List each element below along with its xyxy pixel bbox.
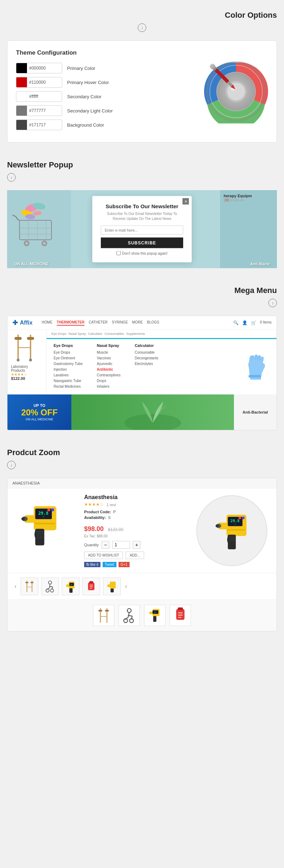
newsletter-preview-area: herapy Equipm .00 $100.00 ✕ Subscribe To… bbox=[7, 190, 277, 268]
newsletter-section-header: Newsletter Popup ↓ bbox=[7, 160, 277, 187]
twitter-share-button[interactable]: Tweet bbox=[103, 562, 116, 567]
nav-item-home[interactable]: HOME bbox=[42, 320, 53, 326]
popup-subscribe-button[interactable]: SUBSCRIBE bbox=[101, 238, 183, 248]
quantity-minus-button[interactable]: − bbox=[102, 541, 109, 549]
secondary-color-input[interactable]: #ffffff bbox=[16, 91, 62, 102]
svg-rect-104 bbox=[153, 616, 157, 622]
thumbs-next-button[interactable]: › bbox=[124, 583, 128, 590]
dropdown-col-calculator: Calculator Consumable Decongestants Elec… bbox=[135, 343, 158, 390]
svg-point-55 bbox=[47, 508, 50, 512]
dropdown-col2-header: Nasal Spray bbox=[97, 343, 121, 348]
svg-point-17 bbox=[33, 210, 42, 216]
nav-item-syringe[interactable]: SYRINGE bbox=[112, 320, 128, 326]
dropdown-item[interactable]: Eye Drops bbox=[54, 350, 83, 354]
large-thumb-2[interactable] bbox=[119, 605, 140, 626]
primary-hover-color-input[interactable]: #110000 bbox=[16, 77, 62, 88]
quantity-plus-button[interactable]: + bbox=[133, 541, 141, 549]
popup-email-input[interactable] bbox=[101, 226, 183, 235]
dropdown-col-nasal-spray: Nasal Spray Muscle Vaccines Ayurvedic An… bbox=[97, 343, 121, 390]
quantity-input[interactable] bbox=[112, 541, 130, 549]
color-options-download-icon[interactable]: ↓ bbox=[138, 23, 146, 32]
banner-medicine-text: ON ALL MEDICINE bbox=[26, 418, 53, 421]
dropdown-item[interactable]: Injection bbox=[54, 367, 83, 371]
nav-item-more[interactable]: MORE bbox=[132, 320, 143, 326]
product-zoom-section-header: Prodcut Zoom ↓ bbox=[7, 448, 277, 474]
mega-menu-section-title: Mega Menu bbox=[234, 286, 277, 295]
color-row-primary: #000000 Primary Color bbox=[16, 63, 197, 73]
large-thumb-1[interactable] bbox=[93, 605, 114, 626]
product-zoom-download-icon[interactable]: ↓ bbox=[7, 461, 16, 469]
background-color-input[interactable]: #171717 bbox=[16, 120, 62, 130]
svg-point-76 bbox=[49, 581, 52, 584]
thumbs-prev-button[interactable]: ‹ bbox=[13, 583, 18, 590]
dropdown-item[interactable]: Gastrostomy Tube bbox=[54, 362, 83, 366]
svg-rect-91 bbox=[111, 588, 114, 592]
nl-bottom-label-right: Anti-Bacte bbox=[250, 262, 270, 266]
dropdown-item[interactable]: Inhalers bbox=[97, 385, 121, 388]
newsletter-section-title: Newsletter Popup bbox=[7, 160, 73, 170]
dropdown-item[interactable]: Decongestants bbox=[135, 356, 158, 360]
svg-point-35 bbox=[17, 359, 20, 361]
product-large-thumbnails: 29° bbox=[7, 599, 277, 631]
svg-rect-95 bbox=[105, 610, 109, 612]
mega-menu-preview: ✚ Affix HOME THERMOMETER CATHETER SYRING… bbox=[7, 316, 277, 430]
product-availability-row: Availability: S bbox=[84, 515, 186, 520]
secondary-color-label: Secondary Color bbox=[67, 94, 102, 99]
product-thumb-3[interactable]: 29° bbox=[62, 577, 80, 595]
dropdown-col1-header: Eye Drops bbox=[54, 343, 83, 348]
subnav-supplements: Supplements bbox=[126, 332, 145, 336]
product-thumb-5[interactable] bbox=[103, 577, 121, 595]
nav-item-catheter[interactable]: CATHETER bbox=[89, 320, 108, 326]
google-plus-button[interactable]: G+1 bbox=[119, 562, 130, 567]
primary-color-hex: #000000 bbox=[27, 66, 62, 71]
dropdown-item[interactable]: Laxatives bbox=[54, 373, 83, 377]
product-action-row: ADD TO WISHLIST ADD... bbox=[84, 552, 186, 559]
add-button[interactable]: ADD... bbox=[126, 552, 144, 559]
secondary-light-color-input[interactable]: #777777 bbox=[16, 105, 62, 116]
mega-menu-logo: ✚ Affix bbox=[12, 319, 33, 327]
product-thumb-2[interactable] bbox=[41, 577, 59, 595]
dropdown-item[interactable]: Consumable bbox=[135, 350, 158, 354]
product-stars: ★★★★☆ bbox=[84, 502, 104, 507]
product-thumb-1[interactable] bbox=[21, 577, 38, 595]
dropdown-item[interactable]: Contraceptives bbox=[97, 373, 121, 377]
product-thumb-4[interactable] bbox=[82, 577, 100, 595]
svg-point-69 bbox=[239, 516, 241, 519]
search-icon[interactable]: 🔍 bbox=[233, 320, 239, 325]
popup-close-button[interactable]: ✕ bbox=[182, 198, 189, 205]
dropdown-item[interactable]: Rectal Medicines bbox=[54, 385, 83, 388]
product-code-row: Product Code: P bbox=[84, 510, 186, 514]
user-icon[interactable]: 👤 bbox=[242, 320, 247, 325]
dropdown-item[interactable]: Nasogastric Tube bbox=[54, 379, 83, 383]
svg-point-36 bbox=[29, 359, 32, 361]
dropdown-item-antibiotic[interactable]: Antibiotic bbox=[97, 367, 121, 371]
add-to-wishlist-button[interactable]: ADD TO WISHLIST bbox=[84, 552, 123, 559]
mega-menu-plant-area bbox=[71, 394, 234, 430]
nav-item-thermometer[interactable]: THERMOMETER bbox=[57, 320, 84, 326]
large-thumb-4[interactable] bbox=[170, 605, 191, 626]
product-name: Anaesthesia bbox=[84, 494, 186, 501]
dropdown-item[interactable]: Ayurvedic bbox=[97, 362, 121, 366]
theme-config-title: Theme Configuration bbox=[16, 49, 197, 56]
svg-rect-68 bbox=[227, 529, 245, 531]
newsletter-download-icon[interactable]: ↓ bbox=[7, 173, 16, 182]
dropdown-item[interactable]: Eye Ointment bbox=[54, 356, 83, 360]
primary-color-input[interactable]: #000000 bbox=[16, 63, 62, 73]
mega-menu-download-icon[interactable]: ↓ bbox=[268, 299, 277, 307]
cart-icon[interactable]: 🛒 bbox=[251, 320, 256, 325]
large-thumb-3[interactable]: 29° bbox=[144, 605, 165, 626]
dropdown-item[interactable]: Drops bbox=[97, 379, 121, 383]
popup-no-show-checkbox[interactable] bbox=[116, 251, 121, 255]
dropdown-item[interactable]: Electrolytes bbox=[135, 362, 158, 366]
svg-rect-32 bbox=[15, 337, 22, 340]
anti-bacterial-label: Anti-Bacterial bbox=[234, 394, 277, 430]
dropdown-item[interactable]: Vaccines bbox=[97, 356, 121, 360]
dropdown-item[interactable]: Muscle bbox=[97, 350, 121, 354]
banner-up-to: UP TO bbox=[33, 403, 45, 408]
secondary-color-swatch bbox=[16, 91, 27, 102]
facebook-share-button[interactable]: fb like it bbox=[84, 562, 100, 567]
nav-item-blogs[interactable]: BLOGS bbox=[147, 320, 159, 326]
product-availability-value: S bbox=[108, 515, 110, 520]
mega-menu-left-product: Laboratory Products ★★★★☆ $122.00 bbox=[7, 330, 47, 394]
mega-dropdown-columns: Eye Drops Eye Drops Eye Ointment Gastros… bbox=[47, 338, 277, 394]
